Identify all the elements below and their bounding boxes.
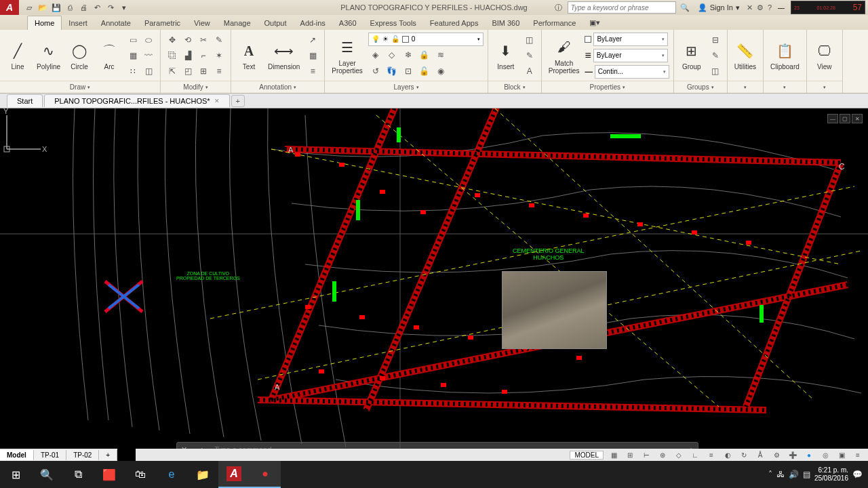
lineweight-toggle-icon[interactable]: ≡ (705, 449, 717, 460)
panel-annotation-title[interactable]: Annotation (231, 81, 324, 93)
panel-utilities-title[interactable] (728, 81, 763, 93)
search-button[interactable]: 🔍 (31, 461, 62, 488)
mtext-icon[interactable]: ≡ (305, 64, 320, 79)
qat-undo-icon[interactable]: ↶ (91, 1, 103, 14)
search-input[interactable] (568, 1, 676, 14)
group-select-icon[interactable]: ◫ (708, 64, 723, 79)
erase-icon[interactable]: ✎ (212, 33, 226, 47)
file-tab-add[interactable]: + (231, 95, 245, 107)
app-store-icon[interactable]: ⚙ (757, 3, 764, 12)
panel-groups-title[interactable]: Groups (674, 81, 727, 93)
qat-open-icon[interactable]: 📂 (37, 1, 49, 14)
circle-button[interactable]: ◯Circle (66, 39, 93, 72)
explode-icon[interactable]: ✶ (212, 48, 226, 63)
edit-block-icon[interactable]: ✎ (522, 48, 537, 63)
clean-icon[interactable]: ▣ (835, 449, 848, 460)
scale-icon[interactable]: ◰ (180, 64, 195, 79)
leader-icon[interactable]: ↗ (305, 33, 320, 47)
vp-minimize-icon[interactable]: — (827, 114, 838, 123)
qat-new-icon[interactable]: ▱ (23, 1, 35, 14)
tab-parametric[interactable]: Parametric (138, 16, 187, 30)
qat-more-icon[interactable]: ▾ (118, 1, 130, 14)
otrack-icon[interactable]: ∟ (689, 449, 701, 460)
taskbar-autocad[interactable]: A (218, 461, 250, 488)
panel-layers-title[interactable]: Layers (325, 81, 488, 93)
insert-button[interactable]: ⬇Insert (492, 39, 519, 72)
panel-block-title[interactable]: Block (488, 81, 541, 93)
tab-home[interactable]: Home (27, 16, 62, 30)
taskbar-explorer[interactable]: 📁 (187, 461, 218, 488)
workspace-icon[interactable]: ⚙ (770, 449, 783, 460)
utilities-button[interactable]: 📏Utilities (732, 39, 759, 72)
infocenter-icon[interactable]: ⓘ (553, 1, 565, 14)
help-icon[interactable]: ? (768, 3, 772, 12)
hatch-icon[interactable]: ▦ (125, 48, 140, 63)
line-button[interactable]: ╱Line (4, 39, 31, 72)
close-tab-icon[interactable]: ✕ (214, 98, 220, 104)
ortho-icon[interactable]: ⊢ (640, 449, 652, 460)
panel-modify-title[interactable]: Modify (161, 81, 231, 93)
layer-properties-button[interactable]: ☰Layer Properties (329, 35, 366, 76)
layer-match-icon[interactable]: ≋ (433, 47, 448, 62)
taskbar-app-1[interactable]: 🟥 (94, 461, 125, 488)
exchange-icon[interactable]: ✕ (747, 3, 753, 12)
spline-icon[interactable]: 〰 (141, 48, 156, 63)
panel-view-title[interactable] (807, 81, 842, 93)
panel-properties-title[interactable]: Properties (542, 81, 673, 93)
layout-tab-1[interactable]: TP-01 (34, 450, 66, 460)
custom-icon[interactable]: ≡ (852, 449, 864, 460)
tray-lang-icon[interactable]: ▤ (803, 470, 810, 479)
layer-iso-icon[interactable]: ◈ (368, 47, 383, 62)
move-icon[interactable]: ✥ (165, 33, 180, 47)
tray-network-icon[interactable]: 🖧 (776, 470, 785, 479)
tab-view[interactable]: View (187, 16, 217, 30)
tab-output[interactable]: Output (258, 16, 294, 30)
taskview-button[interactable]: ⧉ (62, 461, 94, 488)
table-icon[interactable]: ▦ (305, 48, 320, 63)
dimension-button[interactable]: ⟷Dimension (265, 39, 302, 72)
tray-notifications-icon[interactable]: 💬 (852, 470, 863, 479)
layer-on-icon[interactable]: ◉ (433, 64, 448, 79)
offset-icon[interactable]: ≡ (212, 64, 226, 79)
attr-icon[interactable]: A (522, 64, 537, 79)
snap-icon[interactable]: ⊞ (624, 449, 636, 460)
layer-walk-icon[interactable]: 👣 (384, 64, 399, 79)
fillet-icon[interactable]: ⌐ (196, 48, 211, 63)
vp-maximize-icon[interactable]: ▢ (840, 114, 850, 123)
osnap-icon[interactable]: ◇ (673, 449, 685, 460)
tab-manage[interactable]: Manage (217, 16, 258, 30)
minimize-icon[interactable]: — (774, 2, 788, 13)
layout-add[interactable]: + (99, 450, 117, 460)
qat-saveas-icon[interactable]: ⎙ (64, 1, 76, 14)
taskbar-clock[interactable]: 6:21 p. m. 25/08/2016 (814, 466, 848, 483)
taskbar-edge[interactable]: e (156, 461, 187, 488)
grid-icon[interactable]: ▦ (608, 449, 620, 460)
tray-volume-icon[interactable]: 🔊 (789, 470, 799, 479)
polyline-button[interactable]: ∿Polyline (34, 39, 63, 72)
tab-a360[interactable]: A360 (332, 16, 363, 30)
qat-print-icon[interactable]: 🖨 (77, 1, 90, 14)
qat-redo-icon[interactable]: ↷ (104, 1, 117, 14)
tab-featured[interactable]: Featured Apps (423, 16, 486, 30)
layout-tab-2[interactable]: TP-02 (66, 450, 99, 460)
text-button[interactable]: AText (235, 39, 262, 72)
annomon-icon[interactable]: ➕ (787, 449, 799, 460)
file-tab-document[interactable]: PLANO TOPOGRAFIC...RFILES - HUACHOS*✕ (44, 94, 229, 107)
array-icon[interactable]: ⊞ (196, 64, 211, 79)
arc-button[interactable]: ⌒Arc (96, 39, 123, 72)
point-icon[interactable]: ∷ (125, 64, 140, 79)
tab-insert[interactable]: Insert (62, 16, 94, 30)
taskbar-recorder[interactable]: ● (250, 461, 281, 488)
signin-button[interactable]: 👤 Sign In ▾ (694, 3, 744, 12)
isolate-icon[interactable]: ◎ (819, 449, 831, 460)
tab-bim360[interactable]: BIM 360 (485, 16, 526, 30)
layer-off-icon[interactable]: ◇ (384, 47, 399, 62)
region-icon[interactable]: ◫ (141, 64, 156, 79)
color-combo[interactable]: ByLayer (593, 33, 668, 46)
model-indicator[interactable]: MODEL (570, 451, 604, 460)
match-properties-button[interactable]: 🖌Match Properties (546, 35, 583, 76)
drawing-canvas[interactable]: C A A CEMENTERIO GENERALHUACHOS ZONA DE … (0, 108, 868, 461)
cycling-icon[interactable]: ↻ (738, 449, 750, 460)
ungroup-icon[interactable]: ⊟ (708, 33, 723, 47)
hardware-icon[interactable]: ● (803, 449, 815, 460)
